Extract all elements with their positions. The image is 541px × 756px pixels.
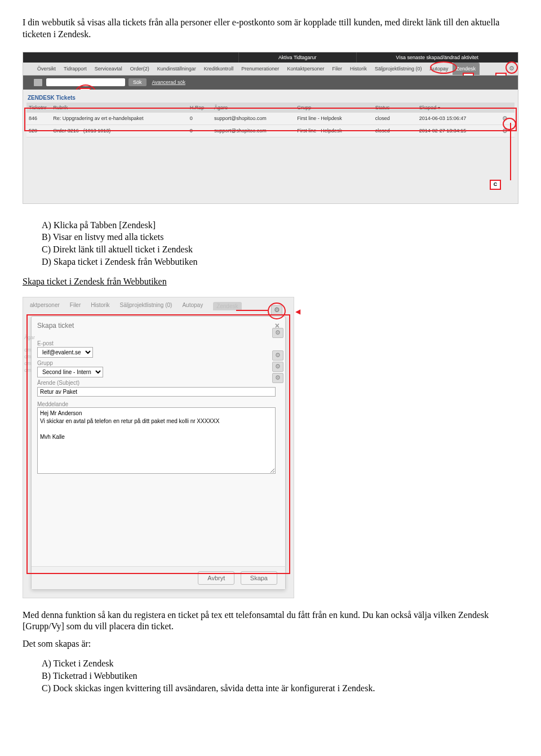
gear-icon[interactable]: ⚙ — [271, 305, 282, 315]
top-dark-right: Visa senaste skapad/ändrad aktivitet — [356, 52, 518, 63]
tab-serviceavtal[interactable]: Serviceavtal — [91, 63, 126, 75]
screenshot-create-ticket: aktpersoner Filer Historik Säljprojektli… — [23, 297, 294, 598]
tab-kundinstallningar[interactable]: Kundinställningar — [153, 63, 200, 75]
advanced-search-link[interactable]: Avancerad sök — [152, 79, 185, 85]
instruction-list-1: A) Klicka på Tabben [Zendesk] B) Visar e… — [42, 220, 518, 268]
arende-input[interactable] — [37, 387, 276, 397]
tab-saljprojekt[interactable]: Säljprojektlistning (0) — [371, 63, 426, 75]
modal-footer: Avbryt Skapa — [32, 566, 285, 589]
skapa-button[interactable]: Skapa — [241, 571, 277, 585]
instruction-list-2: A) Ticket i Zendesk B) Ticketrad i Webbu… — [42, 658, 518, 694]
gear-icon: ⚙ — [272, 362, 283, 372]
cell-skapad: 2014-06-03 15:06:47 — [417, 113, 500, 125]
side-label-agar: Ägar — [24, 335, 35, 340]
cell-status: closed — [373, 124, 417, 137]
col-grupp[interactable]: Grupp — [295, 103, 373, 113]
screenshot-zendesk-list: Aktiva Tidtagarur Visa senaste skapad/än… — [23, 52, 518, 204]
cell-grupp: First line - Helpdesk — [295, 124, 373, 137]
search-button[interactable]: Sök — [128, 78, 147, 86]
label-arende: Ärende (Subject) — [37, 380, 280, 386]
tab-oversikt[interactable]: Översikt — [33, 63, 60, 75]
tab-prenumerationer[interactable]: Prenumerationer — [237, 63, 283, 75]
gear-icon: ⚙ — [272, 350, 283, 361]
tab-kreditkontroll[interactable]: Kreditkontroll — [200, 63, 238, 75]
col-agare[interactable]: Ägare — [212, 103, 295, 113]
bg-tab: aktpersoner — [30, 302, 60, 310]
panel-title: ZENDESK Tickets — [26, 93, 515, 103]
tab-tidrapport[interactable]: Tidrapport — [60, 63, 91, 75]
label-meddelande: Meddelande — [37, 401, 280, 407]
tab-kontaktpersoner[interactable]: Kontaktpersoner — [283, 63, 328, 75]
search-input[interactable] — [46, 78, 125, 86]
label-grupp: Grupp — [37, 360, 280, 366]
create-ticket-modal: Skapa ticket × E-post leif@evalent.se Gr… — [31, 316, 286, 590]
table-header-row: Ticketnr Rubrik H.Rap Ägare Grupp Status… — [26, 103, 515, 113]
list-item: A) Klicka på Tabben [Zendesk] — [42, 220, 518, 232]
cell-nr: 520 — [26, 124, 51, 137]
gear-icon: ⚙ — [272, 328, 283, 338]
top-dark-left: Aktiva Tidtagarur — [238, 52, 356, 63]
tab-order[interactable]: Order(2) — [126, 63, 153, 75]
cell-grupp: First line - Helpdesk — [295, 113, 373, 125]
bg-tabs: aktpersoner Filer Historik Säljprojektli… — [23, 297, 294, 310]
cancel-button[interactable]: Avbryt — [198, 571, 234, 585]
cell-hrap: 0 — [188, 113, 212, 125]
cell-agare: support@shopitoo.com — [212, 124, 295, 137]
cell-nr: 846 — [26, 113, 51, 125]
col-hrap[interactable]: H.Rap — [188, 103, 212, 113]
list-item: B) Visar en listvy med alla tickets — [42, 232, 518, 243]
paragraph-3: Med denna funktion så kan du registera e… — [23, 610, 518, 633]
grupp-select[interactable]: Second line - Intern — [37, 367, 103, 377]
intro-paragraph: I din webbutik så visas alla tickets frå… — [23, 17, 518, 41]
cell-agare: support@shopitoo.com — [212, 113, 295, 125]
tab-autopay[interactable]: Autopay — [425, 63, 452, 75]
list-item: A) Ticket i Zendesk — [42, 658, 518, 670]
list-item: C) Direkt länk till aktuell ticket i Zen… — [42, 244, 518, 256]
callout-c: C — [490, 180, 501, 190]
meddelande-textarea[interactable] — [37, 407, 276, 474]
cell-rubrik: Re: Uppgradering av ert e-handelspaket — [51, 113, 187, 125]
gear-icon[interactable]: ⚙ — [502, 115, 508, 122]
tab-historik[interactable]: Historik — [346, 63, 371, 75]
ticket-list-panel: ZENDESK Tickets Ticketnr Rubrik H.Rap Äg… — [23, 90, 518, 203]
search-row: Sök Avancerad sök B — [23, 75, 518, 90]
label-epost: E-post — [37, 340, 280, 346]
bg-tab: Säljprojektlistning (0) — [120, 302, 172, 310]
bg-tab: Historik — [91, 302, 109, 310]
col-ticketnr[interactable]: Ticketnr — [26, 103, 51, 113]
top-dark-bar: Aktiva Tidtagarur Visa senaste skapad/än… — [23, 52, 518, 63]
table-row[interactable]: 846 Re: Uppgradering av ert e-handelspak… — [26, 113, 515, 125]
cell-hrap: 0 — [188, 124, 212, 137]
modal-title: Skapa ticket — [37, 322, 74, 330]
gear-icon[interactable]: ⚙ — [502, 127, 508, 134]
col-skapad[interactable]: Skapad — [417, 103, 500, 113]
list-item: C) Dock skickas ingen kvittering till av… — [42, 683, 518, 695]
bg-tab: Filer — [70, 302, 81, 310]
col-rubrik[interactable]: Rubrik — [51, 103, 187, 113]
ticket-table: Ticketnr Rubrik H.Rap Ägare Grupp Status… — [26, 103, 515, 137]
tab-filer[interactable]: Filer — [328, 63, 346, 75]
gear-icon[interactable]: ⚙ — [509, 65, 515, 72]
menu-icon[interactable] — [33, 78, 43, 87]
table-row[interactable]: 520 Order 3216 - (1013 1013) 0 support@s… — [26, 124, 515, 137]
side-label-om: om — [24, 367, 32, 373]
list-item: B) Ticketrad i Webbutiken — [42, 670, 518, 682]
section-heading: Skapa ticket i Zendesk från Webbutiken — [23, 276, 518, 288]
bg-tab: Autopay — [182, 302, 203, 310]
modal-header: Skapa ticket × — [32, 317, 285, 335]
cell-status: closed — [373, 113, 417, 125]
arrow-head-icon: ◀ — [295, 308, 300, 315]
tabs-row: Översikt Tidrapport Serviceavtal Order(2… — [23, 63, 518, 75]
side-label-om: om — [24, 354, 32, 359]
epost-select[interactable]: leif@evalent.se — [37, 347, 93, 358]
bg-tab-zendesk: Zendesk — [213, 302, 241, 310]
gear-icon: ⚙ — [272, 373, 283, 383]
list-item: D) Skapa ticket i Zendesk från Webbutike… — [42, 256, 518, 268]
cell-skapad: 2014-02-27 13:34:15 — [417, 124, 500, 137]
modal-body: E-post leif@evalent.se Grupp Second line… — [32, 335, 285, 566]
paragraph-4: Det som skapas är: — [23, 638, 518, 650]
col-status[interactable]: Status — [373, 103, 417, 113]
cell-rubrik: Order 3216 - (1013 1013) — [51, 124, 187, 137]
side-label-om: om — [24, 347, 32, 353]
side-label-om: om — [24, 361, 32, 366]
